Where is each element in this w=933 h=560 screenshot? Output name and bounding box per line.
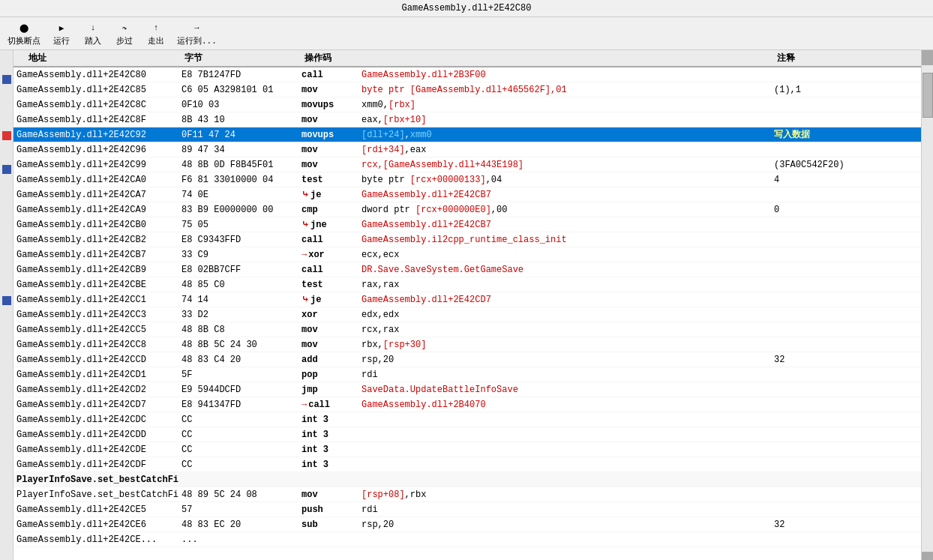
cell-comment: 写入数据 xyxy=(771,128,921,141)
cell-opcode: movups xyxy=(298,100,358,110)
left-item-1[interactable] xyxy=(2,75,11,84)
cell-operands: rdi xyxy=(358,370,771,380)
cell-address: GameAssembly.dll+2E42CBE xyxy=(14,280,178,290)
table-row[interactable]: GameAssembly.dll+2E42CDCCCint 3 xyxy=(14,412,921,427)
cell-bytes: E8 C9343FFD xyxy=(178,235,298,245)
table-row[interactable]: GameAssembly.dll+2E42CE557pushrdi xyxy=(14,502,921,517)
table-row[interactable]: GameAssembly.dll+2E42CDFCCint 3 xyxy=(14,457,921,472)
disasm-content: 地址 字节 操作码 注释 GameAssembly.dll+2E42C80E8 … xyxy=(14,50,921,560)
table-row[interactable]: GameAssembly.dll+2E42CD15Fpoprdi xyxy=(14,367,921,382)
title-bar: GameAssembly.dll+2E42C80 xyxy=(0,0,933,17)
cell-address: GameAssembly.dll+2E42CA7 xyxy=(14,190,178,200)
table-row[interactable]: GameAssembly.dll+2E42C920F11 47 24movups… xyxy=(14,127,921,142)
cell-bytes: 83 B9 E0000000 00 xyxy=(178,205,298,215)
table-row[interactable]: PlayerInfoSave.set_bestCatchFish48 89 5C… xyxy=(14,487,921,502)
disasm-rows[interactable]: GameAssembly.dll+2E42C80E8 7B1247FDcallG… xyxy=(14,67,921,560)
toolbar-btn-step-into[interactable]: ↓ 踏入 xyxy=(78,19,108,48)
table-row[interactable]: GameAssembly.dll+2E42CB9E8 02BB7CFFcallD… xyxy=(14,262,921,277)
left-item-2[interactable] xyxy=(2,131,11,140)
cell-address: GameAssembly.dll+2E42CC8 xyxy=(14,340,178,350)
cell-operands: xmm0,[rbx] xyxy=(358,100,771,110)
cell-address: GameAssembly.dll+2E42CB9 xyxy=(14,265,178,275)
table-row[interactable]: GameAssembly.dll+2E42CB075 05⤷jneGameAss… xyxy=(14,217,921,232)
cell-operands: rcx,[GameAssembly.dll+443E198] xyxy=(358,160,771,170)
cell-address: GameAssembly.dll+2E42C96 xyxy=(14,145,178,155)
table-row[interactable]: GameAssembly.dll+2E42CC333 D2xoredx,edx xyxy=(14,307,921,322)
cell-bytes: 48 83 EC 20 xyxy=(178,520,298,530)
breakpoint-icon: ⬤ xyxy=(15,20,33,35)
cell-bytes: E8 02BB7CFF xyxy=(178,265,298,275)
table-row[interactable]: GameAssembly.dll+2E42CB2E8 C9343FFDcallG… xyxy=(14,232,921,247)
run-icon: ▶ xyxy=(52,20,70,35)
cell-bytes: 89 47 34 xyxy=(178,145,298,155)
cell-operands: GameAssembly.dll+2B4070 xyxy=(358,400,771,410)
table-row[interactable]: GameAssembly.dll+2E42CA0F6 81 33010000 0… xyxy=(14,172,921,187)
step-into-label: 踏入 xyxy=(85,35,101,46)
cell-operands: rax,rax xyxy=(358,280,771,290)
cell-opcode: →xor xyxy=(298,250,358,260)
table-row[interactable]: GameAssembly.dll+2E42C80E8 7B1247FDcallG… xyxy=(14,67,921,82)
cell-opcode: call xyxy=(298,70,358,80)
cell-operands: rdi xyxy=(358,505,771,515)
table-row[interactable]: GameAssembly.dll+2E42CA774 0E⤷jeGameAsse… xyxy=(14,187,921,202)
cell-bytes: F6 81 33010000 04 xyxy=(178,175,298,185)
left-item-3[interactable] xyxy=(2,165,11,174)
table-row[interactable]: GameAssembly.dll+2E42C9689 47 34mov[rdi+… xyxy=(14,142,921,157)
table-row[interactable]: GameAssembly.dll+2E42CC848 8B 5C 24 30mo… xyxy=(14,337,921,352)
cell-address: GameAssembly.dll+2E42C8C xyxy=(14,100,178,110)
toolbar-btn-run-to[interactable]: → 运行到... xyxy=(172,19,221,48)
toolbar-btn-step-out[interactable]: ↑ 走出 xyxy=(141,19,171,48)
table-row[interactable]: GameAssembly.dll+2E42C9948 8B 0D F8B45F0… xyxy=(14,157,921,172)
run-to-label: 运行到... xyxy=(177,35,217,46)
cell-bytes: 75 05 xyxy=(178,220,298,230)
scroll-thumb[interactable] xyxy=(922,73,933,118)
table-row[interactable]: GameAssembly.dll+2E42CDECCint 3 xyxy=(14,442,921,457)
cell-address: GameAssembly.dll+2E42C8F xyxy=(14,115,178,125)
cell-bytes: 48 8B 0D F8B45F01 xyxy=(178,160,298,170)
toolbar-btn-step-over[interactable]: ↷ 步过 xyxy=(110,19,140,48)
cell-opcode: int 3 xyxy=(298,430,358,440)
cell-operands: GameAssembly.dll+2E42CD7 xyxy=(358,295,771,305)
table-row[interactable]: PlayerInfoSave.set_bestCatchFish xyxy=(14,472,921,487)
cell-opcode: test xyxy=(298,280,358,290)
cell-opcode: ⤷je xyxy=(298,189,358,200)
table-row[interactable]: GameAssembly.dll+2E42C8F8B 43 10moveax,[… xyxy=(14,112,921,127)
cell-operands: [dll+24],xmm0 xyxy=(358,130,771,140)
cell-address: GameAssembly.dll+2E42CC1 xyxy=(14,295,178,305)
col-header-addr: 地址 xyxy=(14,52,178,64)
cell-address: GameAssembly.dll+2E42CB7 xyxy=(14,250,178,260)
scrollbar[interactable] xyxy=(921,50,933,560)
cell-opcode: pop xyxy=(298,370,358,380)
table-row[interactable]: GameAssembly.dll+2E42CE...... xyxy=(14,532,921,547)
cell-opcode: mov xyxy=(298,85,358,95)
toolbar-btn-run[interactable]: ▶ 运行 xyxy=(46,19,76,48)
cell-address: GameAssembly.dll+2E42CDD xyxy=(14,430,178,440)
table-row[interactable]: GameAssembly.dll+2E42CE648 83 EC 20subrs… xyxy=(14,517,921,532)
cell-bytes: 74 14 xyxy=(178,295,298,305)
table-row[interactable]: GameAssembly.dll+2E42C8C0F10 03movupsxmm… xyxy=(14,97,921,112)
run-label: 运行 xyxy=(53,35,70,46)
table-row[interactable]: GameAssembly.dll+2E42CA983 B9 E0000000 0… xyxy=(14,202,921,217)
cell-bytes: CC xyxy=(178,460,298,470)
col-header-operands xyxy=(358,52,771,64)
title-text: GameAssembly.dll+2E42C80 xyxy=(402,3,532,13)
cell-operands: GameAssembly.il2cpp_runtime_class_init xyxy=(358,235,771,245)
left-item-4[interactable] xyxy=(2,296,11,305)
cell-address: PlayerInfoSave.set_bestCatchFish xyxy=(14,475,178,485)
table-row[interactable]: GameAssembly.dll+2E42CDDCCint 3 xyxy=(14,427,921,442)
toolbar-btn-breakpoint[interactable]: ⬤ 切换断点 xyxy=(3,19,45,48)
cell-address: GameAssembly.dll+2E42C99 xyxy=(14,160,178,170)
table-row[interactable]: GameAssembly.dll+2E42CCD48 83 C4 20addrs… xyxy=(14,352,921,367)
cell-opcode: int 3 xyxy=(298,445,358,455)
table-row[interactable]: GameAssembly.dll+2E42CC174 14⤷jeGameAsse… xyxy=(14,292,921,307)
table-row[interactable]: GameAssembly.dll+2E42CB733 C9→xorecx,ecx xyxy=(14,247,921,262)
step-over-icon: ↷ xyxy=(116,20,134,35)
table-row[interactable]: GameAssembly.dll+2E42C85C6 05 A3298101 0… xyxy=(14,82,921,97)
cell-bytes: 8B 43 10 xyxy=(178,115,298,125)
table-row[interactable]: GameAssembly.dll+2E42CC548 8B C8movrcx,r… xyxy=(14,322,921,337)
table-row[interactable]: GameAssembly.dll+2E42CD2E9 5944DCFDjmpSa… xyxy=(14,382,921,397)
col-header-op: 操作码 xyxy=(298,52,358,64)
cell-bytes: 0F11 47 24 xyxy=(178,130,298,140)
table-row[interactable]: GameAssembly.dll+2E42CBE48 85 C0testrax,… xyxy=(14,277,921,292)
table-row[interactable]: GameAssembly.dll+2E42CD7E8 941347FD→call… xyxy=(14,397,921,412)
